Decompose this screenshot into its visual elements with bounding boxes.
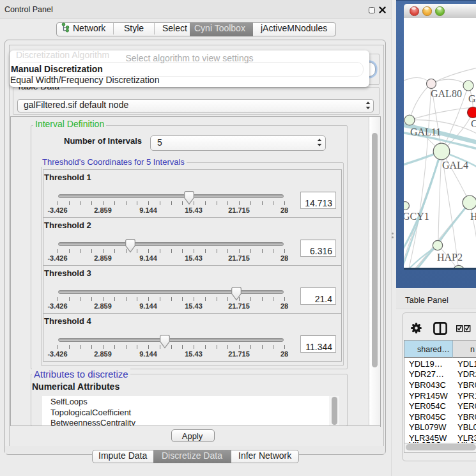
svg-text:GA: GA <box>468 93 476 104</box>
svg-text:GAL11: GAL11 <box>410 127 441 137</box>
svg-text:GAL80: GAL80 <box>431 88 462 99</box>
svg-text:C: C <box>471 118 476 129</box>
svg-text:HAP2: HAP2 <box>437 252 463 263</box>
svg-text:GAL4: GAL4 <box>442 160 468 171</box>
svg-text:GCY1: GCY1 <box>404 211 429 222</box>
svg-text:H: H <box>470 211 476 222</box>
